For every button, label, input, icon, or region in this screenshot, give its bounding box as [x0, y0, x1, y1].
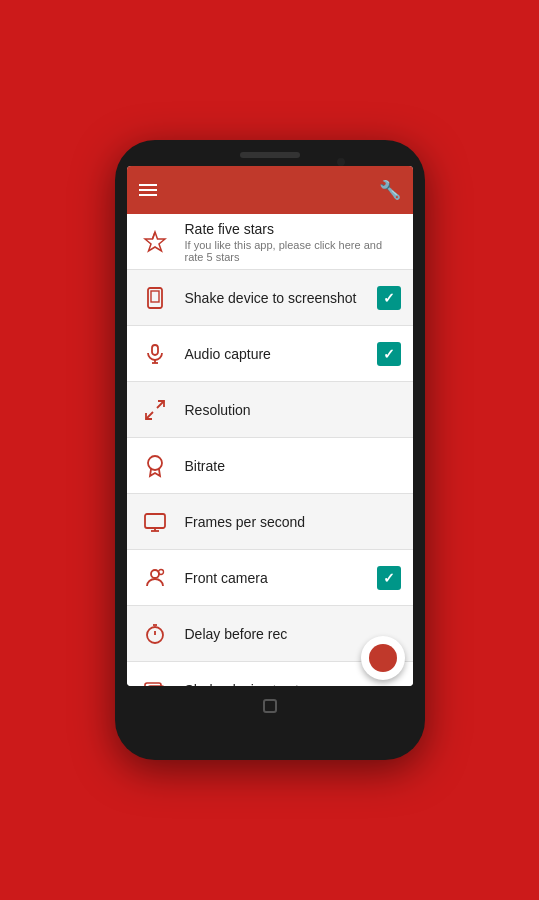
- cards-icon: [139, 674, 171, 687]
- fullscreen-icon: [139, 394, 171, 426]
- settings-item-frames-per-second[interactable]: Frames per second: [127, 494, 413, 550]
- record-fab[interactable]: [361, 636, 405, 680]
- menu-button[interactable]: [139, 184, 157, 196]
- settings-item-title-shake-stop-rec: Shake device to stop rec: [185, 682, 401, 687]
- settings-item-bitrate[interactable]: Bitrate: [127, 438, 413, 494]
- award-icon: [139, 450, 171, 482]
- phone-container: 🔧 Rate five starsIf you like this app, p…: [115, 140, 425, 760]
- svg-marker-0: [145, 232, 165, 251]
- toolbar: 🔧: [127, 166, 413, 214]
- settings-item-title-delay-before-rec: Delay before rec: [185, 626, 401, 642]
- settings-item-title-bitrate: Bitrate: [185, 458, 401, 474]
- checkmark-front-camera[interactable]: [377, 566, 401, 590]
- settings-wrench-icon[interactable]: 🔧: [379, 179, 401, 201]
- settings-item-front-camera[interactable]: Front camera: [127, 550, 413, 606]
- phone-screenshot-icon: [139, 282, 171, 314]
- settings-item-shake-screenshot[interactable]: Shake device to screenshot: [127, 270, 413, 326]
- settings-item-audio-capture[interactable]: Audio capture: [127, 326, 413, 382]
- monitor-icon: [139, 506, 171, 538]
- settings-item-title-frames-per-second: Frames per second: [185, 514, 401, 530]
- svg-line-7: [157, 401, 164, 408]
- settings-item-title-shake-screenshot: Shake device to screenshot: [185, 290, 363, 306]
- settings-item-subtitle-rate-stars: If you like this app, please click here …: [185, 239, 401, 263]
- person-camera-icon: [139, 562, 171, 594]
- settings-item-rate-stars[interactable]: Rate five starsIf you like this app, ple…: [127, 214, 413, 270]
- settings-item-resolution[interactable]: Resolution: [127, 382, 413, 438]
- settings-item-title-resolution: Resolution: [185, 402, 401, 418]
- svg-rect-4: [152, 345, 158, 355]
- record-fab-inner: [369, 644, 397, 672]
- mic-icon: [139, 338, 171, 370]
- phone-bottom-nav: [127, 686, 413, 726]
- svg-rect-10: [145, 514, 165, 528]
- settings-item-title-front-camera: Front camera: [185, 570, 363, 586]
- checkmark-shake-screenshot[interactable]: [377, 286, 401, 310]
- phone-camera: [337, 158, 345, 166]
- home-button[interactable]: [263, 699, 277, 713]
- settings-list: Rate five starsIf you like this app, ple…: [127, 214, 413, 686]
- settings-item-title-rate-stars: Rate five stars: [185, 221, 401, 237]
- phone-screen: 🔧 Rate five starsIf you like this app, p…: [127, 166, 413, 686]
- checkmark-audio-capture[interactable]: [377, 342, 401, 366]
- phone-speaker: [240, 152, 300, 158]
- star-icon: [139, 226, 171, 258]
- svg-rect-19: [148, 686, 164, 687]
- svg-point-13: [151, 570, 159, 578]
- settings-item-title-audio-capture: Audio capture: [185, 346, 363, 362]
- svg-point-9: [148, 456, 162, 470]
- svg-rect-3: [151, 291, 159, 302]
- svg-line-8: [146, 412, 153, 419]
- svg-line-1: [152, 232, 155, 239]
- timer-icon: [139, 618, 171, 650]
